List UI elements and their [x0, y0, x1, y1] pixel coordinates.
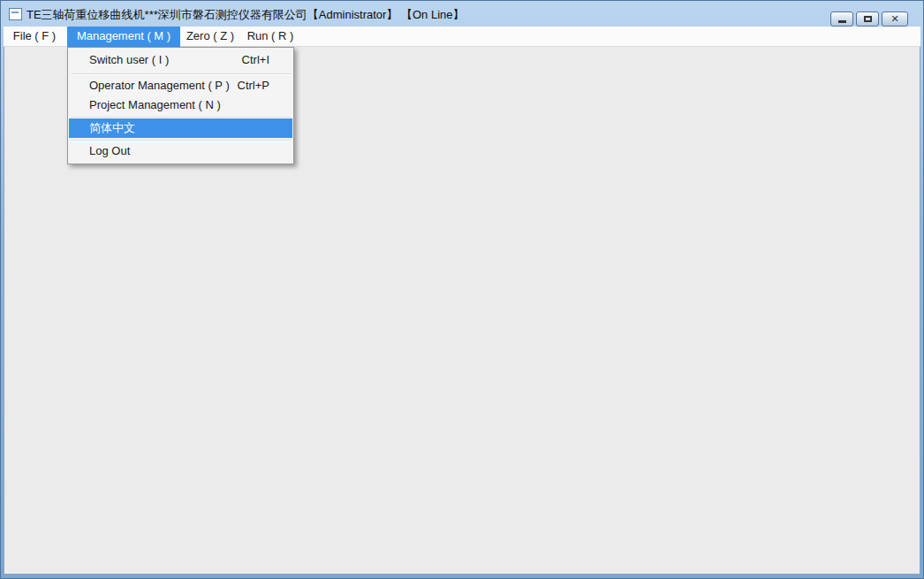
- menu-item-shortcut: Ctrl+P: [238, 76, 269, 95]
- window-title: TE三轴荷重位移曲线机***深圳市磐石测控仪器有限公司【Administrato…: [27, 7, 465, 23]
- menu-item-label: Project Management ( N ): [89, 95, 221, 115]
- menu-separator: [71, 73, 291, 75]
- menu-file[interactable]: File ( F ): [5, 27, 64, 47]
- menu-item-shortcut: Ctrl+I: [242, 50, 269, 70]
- minimize-icon: [838, 20, 846, 23]
- menu-item-label: Switch user ( I ): [89, 50, 169, 70]
- menu-item-operator-management[interactable]: Operator Management ( P ) Ctrl+P: [69, 76, 292, 95]
- menu-item-project-management[interactable]: Project Management ( N ): [69, 95, 292, 115]
- close-button[interactable]: ✕: [882, 11, 908, 27]
- app-icon: [9, 8, 22, 20]
- menu-item-switch-user[interactable]: Switch user ( I ) Ctrl+I: [69, 50, 292, 70]
- menu-item-label: 简体中文: [89, 118, 135, 138]
- maximize-button[interactable]: [856, 11, 879, 27]
- menu-run[interactable]: Run ( R ): [242, 27, 299, 47]
- menu-zero[interactable]: Zero ( Z ): [180, 27, 240, 47]
- menu-item-log-out[interactable]: Log Out: [69, 141, 292, 161]
- menu-management[interactable]: Management ( M ): [67, 27, 180, 47]
- management-menu-dropdown: Switch user ( I ) Ctrl+I Operator Manage…: [67, 47, 294, 164]
- menu-item-label: Log Out: [89, 141, 130, 161]
- menu-item-simplified-chinese[interactable]: 简体中文: [69, 118, 292, 138]
- menu-item-label: Operator Management ( P ): [89, 76, 230, 95]
- close-icon: ✕: [890, 14, 898, 24]
- maximize-icon: [864, 16, 872, 22]
- menubar: File ( F ) Management ( M ) Zero ( Z ) R…: [4, 27, 920, 47]
- minimize-button[interactable]: [830, 11, 853, 27]
